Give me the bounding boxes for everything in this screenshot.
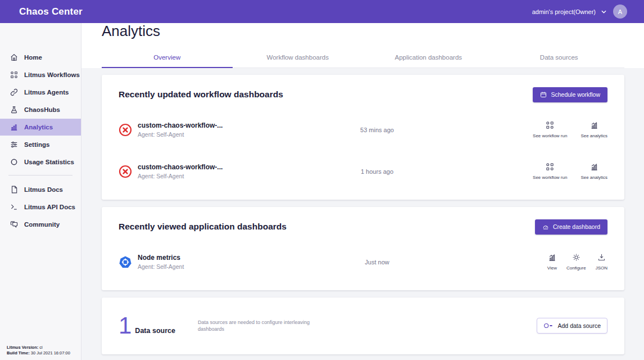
docs-icon (10, 186, 18, 194)
sidebar-divider (8, 175, 72, 176)
tab-data-sources[interactable]: Data sources (494, 49, 625, 68)
build-time: Build Time: 30 Jul 2021 16:07:00 (7, 350, 70, 356)
workflow-row-actions: See workflow run See analytics (533, 163, 607, 180)
see-analytics-action[interactable]: See analytics (580, 121, 607, 138)
app-header: Chaos Center admin's project(Owner) A (0, 0, 644, 23)
application-row: Node metrics Agent: Self-Agent Just now … (119, 249, 607, 276)
sidebar-item-home[interactable]: Home (0, 49, 81, 66)
json-download-action[interactable]: JSON (596, 253, 607, 271)
sidebar-item-chaoshubs[interactable]: ChaosHubs (0, 101, 81, 118)
workflow-card-header: Recently updated workflow dashboards Sch… (102, 75, 624, 102)
see-analytics-action[interactable]: See analytics (580, 163, 607, 180)
avatar[interactable]: A (613, 4, 627, 19)
add-data-source-label: Add data source (558, 322, 601, 329)
configure-label: Configure (566, 266, 586, 271)
sidebar-item-label: Litmus API Docs (24, 204, 75, 210)
tab-bar: Overview Workflow dashboards Application… (102, 49, 624, 68)
workflow-row: custom-chaos-workflow-... Agent: Self-Ag… (119, 158, 607, 185)
home-icon (10, 53, 18, 61)
gear-icon (572, 253, 580, 264)
build-value: 30 Jul 2021 16:07:00 (30, 350, 70, 356)
sidebar: Home Litmus Workflows Litmus Agents Chao… (0, 23, 81, 360)
create-dashboard-button[interactable]: Create dashbaord (535, 219, 607, 235)
tab-workflow-dashboards[interactable]: Workflow dashboards (233, 49, 364, 68)
build-label: Build Time: (7, 350, 30, 356)
see-workflow-run-action[interactable]: See workflow run (533, 121, 567, 138)
sidebar-secondary-nav: Litmus Docs Litmus API Docs Community (0, 181, 81, 233)
sidebar-footer: Litmus Version: ci Build Time: 30 Jul 20… (7, 345, 70, 356)
sidebar-item-label: Litmus Agents (24, 89, 69, 96)
dashboard-viewed-time: Just now (287, 259, 467, 266)
data-source-description: Data sources are needed to configure int… (198, 319, 319, 333)
sidebar-nav: Home Litmus Workflows Litmus Agents Chao… (0, 23, 81, 170)
sidebar-item-litmus-docs[interactable]: Litmus Docs (0, 181, 81, 198)
workflow-run-icon (546, 163, 554, 173)
sidebar-item-label: Litmus Workflows (24, 71, 80, 78)
workflow-name: custom-chaos-workflow-... (138, 163, 223, 171)
view-label: View (547, 266, 557, 271)
sidebar-item-litmus-workflows[interactable]: Litmus Workflows (0, 66, 81, 83)
see-analytics-label: See analytics (580, 175, 607, 180)
data-source-card: 1 Data source Data sources are needed to… (102, 298, 624, 354)
settings-icon (10, 141, 18, 148)
header-right: admin's project(Owner) A (532, 4, 627, 19)
application-card-title: Recently viewed application dashboards (119, 222, 287, 232)
project-selector[interactable]: admin's project(Owner) (532, 8, 606, 15)
analytics-icon (10, 123, 18, 131)
view-action[interactable]: View (547, 253, 557, 271)
tab-overview[interactable]: Overview (102, 49, 233, 68)
workflow-row: custom-chaos-workflow-... Agent: Self-Ag… (119, 116, 607, 143)
kubernetes-icon (119, 255, 132, 269)
workflow-agent: Agent: Self-Agent (138, 173, 223, 179)
application-dashboards-card: Recently viewed application dashboards C… (102, 207, 624, 290)
sidebar-item-label: Usage Statistics (24, 159, 74, 165)
workflow-name: custom-chaos-workflow-... (138, 122, 223, 129)
error-cross-icon (119, 165, 132, 178)
see-workflow-run-action[interactable]: See workflow run (533, 163, 567, 180)
sidebar-item-usage-statistics[interactable]: Usage Statistics (0, 154, 81, 170)
sidebar-item-settings[interactable]: Settings (0, 136, 81, 153)
dashboard-name: Node metrics (138, 254, 184, 262)
workflow-run-icon (546, 121, 554, 132)
application-row-actions: View Configure JSON (547, 253, 607, 271)
version-label: Litmus Version: (7, 345, 38, 350)
sidebar-item-community[interactable]: Community (0, 216, 81, 233)
tab-application-dashboards[interactable]: Application dashboards (363, 49, 494, 68)
dashboard-agent: Agent: Self-Agent (138, 263, 184, 270)
analytics-chart-icon (590, 163, 598, 173)
sidebar-item-analytics[interactable]: Analytics (0, 119, 81, 136)
workflow-row-info: custom-chaos-workflow-... Agent: Self-Ag… (119, 122, 287, 138)
sidebar-item-litmus-api-docs[interactable]: Litmus API Docs (0, 199, 81, 215)
analytics-chart-icon (590, 121, 598, 132)
sidebar-item-litmus-agents[interactable]: Litmus Agents (0, 84, 81, 101)
sidebar-item-label: Settings (24, 141, 49, 148)
add-data-source-button[interactable]: Add data source (537, 318, 607, 334)
main-content: Analytics Overview Workflow dashboards A… (81, 23, 644, 360)
data-source-body: 1 Data source Data sources are needed to… (102, 298, 624, 354)
workflow-card-title: Recently updated workflow dashboards (119, 89, 283, 100)
sidebar-item-label: Litmus Docs (24, 186, 63, 193)
data-source-icon (543, 322, 554, 329)
application-row-info: Node metrics Agent: Self-Agent (119, 254, 287, 270)
see-workflow-run-label: See workflow run (533, 175, 567, 180)
litmus-version: Litmus Version: ci (7, 345, 70, 350)
chaoshubs-icon (10, 106, 18, 114)
schedule-workflow-button[interactable]: Schedule workflow (533, 87, 607, 102)
workflow-agent: Agent: Self-Agent (138, 131, 223, 138)
workflow-dashboards-card: Recently updated workflow dashboards Sch… (102, 75, 624, 200)
see-analytics-label: See analytics (580, 133, 607, 138)
workflows-icon (10, 71, 18, 79)
workflow-updated-time: 53 mins ago (287, 127, 467, 133)
sidebar-item-label: ChaosHubs (24, 106, 60, 113)
app-root: Chaos Center admin's project(Owner) A Ho… (0, 0, 644, 360)
create-dashboard-label: Create dashbaord (553, 223, 600, 230)
sidebar-item-label: Home (24, 54, 42, 61)
workflow-row-info: custom-chaos-workflow-... Agent: Self-Ag… (119, 163, 287, 179)
sidebar-item-label: Analytics (24, 124, 53, 130)
workflow-updated-time: 1 hours ago (287, 168, 467, 175)
version-value: ci (38, 345, 43, 350)
json-label: JSON (596, 266, 607, 271)
configure-action[interactable]: Configure (566, 253, 586, 271)
calendar-icon (540, 91, 547, 98)
content-area: Recently updated workflow dashboards Sch… (81, 68, 644, 360)
